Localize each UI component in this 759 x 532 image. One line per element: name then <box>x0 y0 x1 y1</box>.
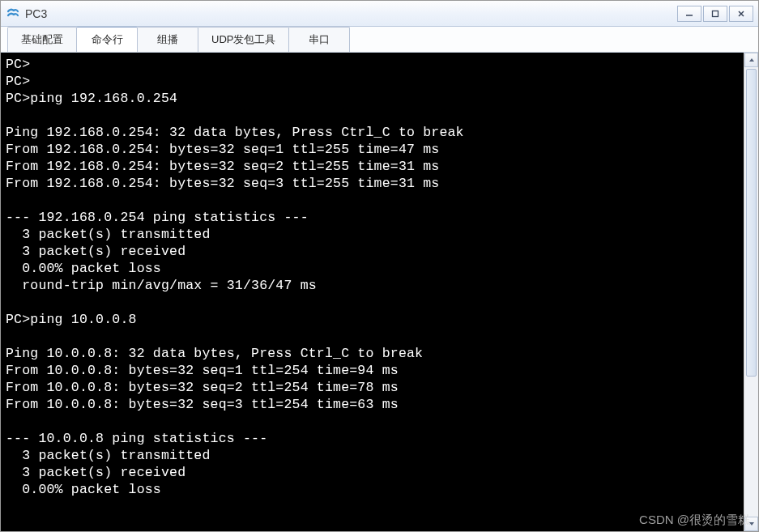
vertical-scrollbar[interactable] <box>744 53 758 531</box>
scroll-track[interactable] <box>744 67 758 517</box>
tab-label: 基础配置 <box>21 33 63 45</box>
svg-rect-1 <box>713 11 718 16</box>
tab-label: 串口 <box>309 33 330 45</box>
terminal-output[interactable]: PC> PC> PC>ping 192.168.0.254 Ping 192.1… <box>1 53 758 532</box>
tab-label: 组播 <box>157 33 178 45</box>
close-button[interactable] <box>729 6 753 22</box>
window-title: PC3 <box>25 7 671 20</box>
minimize-button[interactable] <box>677 6 701 22</box>
tab-command-line[interactable]: 命令行 <box>76 27 138 52</box>
tab-multicast[interactable]: 组播 <box>137 27 198 52</box>
scroll-down-button[interactable] <box>744 517 758 531</box>
scroll-thumb[interactable] <box>746 69 757 377</box>
app-icon <box>6 6 20 21</box>
maximize-button[interactable] <box>703 6 727 22</box>
tab-bar: 基础配置 命令行 组播 UDP发包工具 串口 <box>1 27 758 53</box>
window-controls <box>676 6 753 22</box>
tab-udp-tool[interactable]: UDP发包工具 <box>198 27 289 52</box>
titlebar: PC3 <box>1 1 758 27</box>
tab-label: 命令行 <box>92 33 123 45</box>
tab-basic-config[interactable]: 基础配置 <box>7 27 77 52</box>
svg-marker-5 <box>749 522 754 526</box>
scroll-up-button[interactable] <box>744 53 758 67</box>
tab-serial-port[interactable]: 串口 <box>288 27 350 52</box>
svg-marker-4 <box>749 58 754 62</box>
tab-label: UDP发包工具 <box>211 33 275 45</box>
